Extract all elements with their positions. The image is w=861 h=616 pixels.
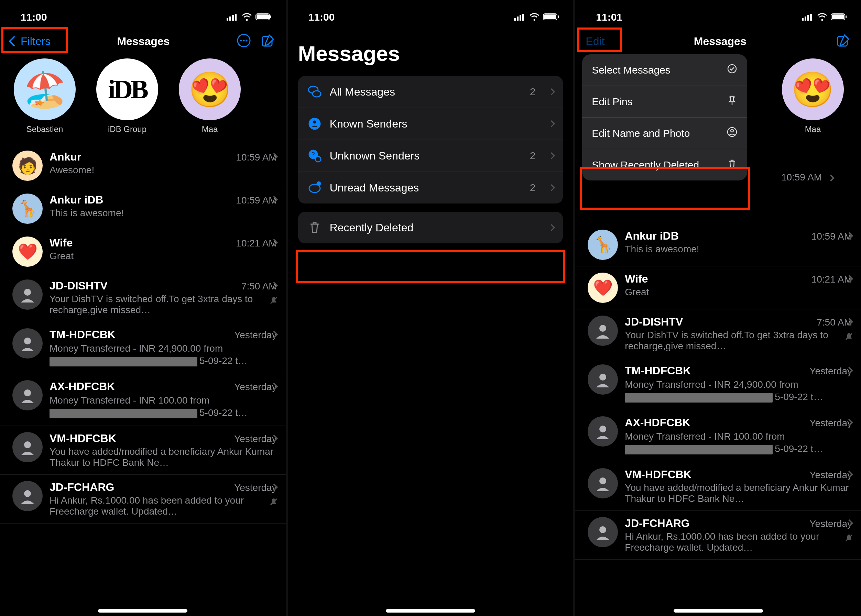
wifi-icon <box>817 11 827 23</box>
pinned-contact-idb-group[interactable]: iDB iDB Group <box>96 58 158 134</box>
compose-button[interactable] <box>836 33 851 49</box>
svg-point-50 <box>599 478 606 484</box>
home-indicator[interactable] <box>674 609 763 613</box>
redacted-text <box>49 409 197 418</box>
menu-label: Select Messages <box>592 64 670 76</box>
conversation-row[interactable]: 🧑Ankur10:59 AMAwesome! <box>0 145 286 187</box>
conversation-row[interactable]: VM-HDFCBKYesterdayYou have added/modifie… <box>575 462 861 511</box>
pinned-label: Maa <box>805 124 821 134</box>
filter-known-senders[interactable]: Known Senders <box>298 108 563 140</box>
pinned-contact-sebastien[interactable]: 🏖️ Sebastien <box>14 58 76 134</box>
conversation-name: Ankur <box>49 151 81 163</box>
avatar <box>588 365 618 394</box>
svg-rect-41 <box>845 16 847 18</box>
svg-rect-25 <box>558 16 559 18</box>
conversation-list[interactable]: 🦒Ankur iDB10:59 AMThis is awesome!❤️Wife… <box>575 223 861 559</box>
conversation-row[interactable]: JD-FCHARGYesterdayHi Ankur, Rs.1000.00 h… <box>575 511 861 559</box>
avatar: 😍 <box>179 58 241 120</box>
avatar: 🦒 <box>13 193 42 224</box>
conversation-row[interactable]: AX-HDFCBKYesterdayMoney Transferred - IN… <box>0 374 286 426</box>
pinned-contact-maa[interactable]: 😍 Maa <box>782 58 844 134</box>
avatar: 🦒 <box>588 229 618 260</box>
conversation-preview: Your DishTV is switched off.To get 3xtra… <box>49 294 279 316</box>
more-menu-button[interactable] <box>236 33 251 49</box>
avatar <box>588 468 618 498</box>
filters-back-button[interactable]: Filters <box>10 35 50 48</box>
filter-unknown-senders[interactable]: ? Unknown Senders 2 <box>298 140 563 172</box>
menu-label: Edit Name and Photo <box>592 127 690 139</box>
muted-icon <box>845 332 853 343</box>
svg-point-49 <box>599 426 606 432</box>
annotation-highlight <box>296 250 565 283</box>
filter-unread-messages[interactable]: Unread Messages 2 <box>298 172 563 203</box>
conversation-row[interactable]: TM-HDFCBKYesterdayMoney Transferred - IN… <box>0 322 286 374</box>
svg-rect-19 <box>514 18 516 20</box>
svg-rect-6 <box>270 16 271 18</box>
edit-menu: Select Messages Edit Pins Edit Name and … <box>582 54 747 181</box>
conversation-row[interactable]: 🦒Ankur iDB10:59 AMThis is awesome! <box>0 187 286 230</box>
conversation-name: Wife <box>625 273 648 285</box>
conversation-time: 10:59 AM <box>781 172 834 183</box>
avatar <box>13 481 42 511</box>
conversation-preview: Awesome! <box>49 165 279 176</box>
conversation-time: Yesterday <box>234 482 277 493</box>
avatar <box>588 416 618 446</box>
menu-show-recently-deleted[interactable]: Show Recently Deleted <box>582 149 747 181</box>
conversation-row[interactable]: TM-HDFCBKYesterdayMoney Transferred - IN… <box>575 358 861 410</box>
conversation-name: JD-FCHARG <box>49 481 114 493</box>
status-time: 11:01 <box>596 11 622 23</box>
status-bar: 11:00 <box>0 0 286 27</box>
svg-point-10 <box>246 40 247 42</box>
svg-rect-0 <box>227 18 228 20</box>
conversation-name: JD-DISHTV <box>625 316 683 328</box>
conversation-preview: Hi Ankur, Rs.1000.00 has been added to y… <box>625 531 854 553</box>
menu-select-messages[interactable]: Select Messages <box>582 54 747 86</box>
home-indicator[interactable] <box>386 609 475 613</box>
edit-button[interactable]: Edit <box>586 35 604 48</box>
avatar <box>13 380 42 410</box>
pinned-contact-maa[interactable]: 😍 Maa <box>179 58 241 134</box>
chevron-right-icon <box>548 152 555 159</box>
conversation-row[interactable]: ❤️Wife10:21 AMGreat <box>0 230 286 273</box>
conversation-preview: Hi Ankur, Rs.1000.00 has been added to y… <box>49 495 279 517</box>
svg-rect-36 <box>804 17 806 20</box>
filter-label: All Messages <box>330 86 395 98</box>
chevron-right-icon <box>828 174 834 181</box>
filter-label: Recently Deleted <box>330 222 414 234</box>
compose-button[interactable] <box>260 33 275 49</box>
svg-rect-5 <box>257 14 269 19</box>
status-time: 11:00 <box>20 11 47 23</box>
filter-all-messages[interactable]: All Messages 2 <box>298 76 563 108</box>
conversation-row[interactable]: JD-FCHARGYesterdayHi Ankur, Rs.1000.00 h… <box>0 475 286 523</box>
conversation-name: Ankur iDB <box>49 193 103 206</box>
conversation-row[interactable]: JD-DISHTV7:50 AMYour DishTV is switched … <box>575 310 861 358</box>
svg-rect-24 <box>544 14 556 19</box>
conversation-row[interactable]: ❤️Wife10:21 AMGreat <box>575 266 861 310</box>
conversation-name: Ankur iDB <box>625 229 678 242</box>
conversation-preview: Great <box>625 287 854 298</box>
unread-icon <box>307 180 322 195</box>
menu-edit-pins[interactable]: Edit Pins <box>582 86 747 118</box>
conversation-name: Wife <box>49 237 72 249</box>
home-indicator[interactable] <box>98 609 187 613</box>
wifi-icon <box>529 11 540 23</box>
conversation-row[interactable]: AX-HDFCBKYesterdayMoney Transferred - IN… <box>575 410 861 462</box>
conversation-row[interactable]: 🦒Ankur iDB10:59 AMThis is awesome! <box>575 223 861 266</box>
svg-rect-37 <box>807 15 809 20</box>
conversation-row[interactable]: JD-DISHTV7:50 AMYour DishTV is switched … <box>0 273 286 322</box>
signal-icon <box>514 11 526 23</box>
svg-rect-1 <box>229 17 231 20</box>
svg-point-46 <box>599 325 606 332</box>
menu-edit-name-photo[interactable]: Edit Name and Photo <box>582 118 747 149</box>
conversation-name: VM-HDFCBK <box>49 432 116 445</box>
conversation-row[interactable]: VM-HDFCBKYesterdayYou have added/modifie… <box>0 426 286 475</box>
conversation-name: JD-FCHARG <box>625 517 689 530</box>
pinned-label: Sebastien <box>27 124 63 134</box>
avatar: 🏖️ <box>14 58 76 120</box>
filter-recently-deleted[interactable]: Recently Deleted <box>298 212 563 244</box>
redacted-text <box>625 445 773 454</box>
conversation-preview: Great <box>49 251 279 262</box>
svg-point-32 <box>315 156 321 162</box>
avatar <box>588 316 618 346</box>
conversation-list[interactable]: 🧑Ankur10:59 AMAwesome!🦒Ankur iDB10:59 AM… <box>0 145 286 523</box>
